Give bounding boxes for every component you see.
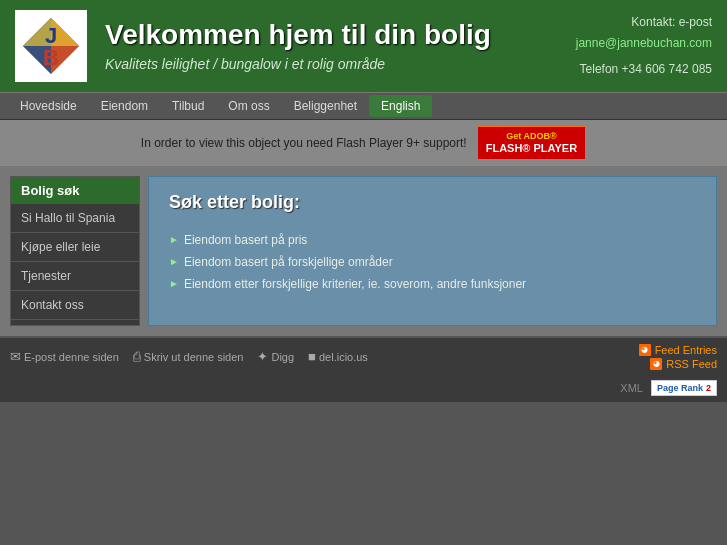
sidebar-link-kontakt[interactable]: Kontakt oss — [11, 291, 139, 320]
search-arrow-2: ► — [169, 256, 179, 267]
footer-link-epost[interactable]: ✉ E-post denne siden — [10, 349, 119, 364]
print-icon: ⎙ — [133, 349, 141, 364]
flash-badge[interactable]: Get ADOB® FLASH® PLAYER — [477, 126, 586, 160]
site-subtitle: Kvalitets leilighet / bungalow i et roli… — [105, 56, 566, 72]
search-item-label-3: Eiendom etter forskjellige kriterier, ie… — [184, 277, 526, 291]
site-title: Velkommen hjem til din bolig — [105, 20, 566, 51]
contact-email[interactable]: janne@jannebuchan.com — [576, 33, 712, 53]
search-item-1[interactable]: ► Eiendom basert på pris — [169, 229, 696, 251]
footer-link-skriv[interactable]: ⎙ Skriv ut denne siden — [133, 349, 244, 364]
nav-item-omoss[interactable]: Om oss — [216, 95, 281, 117]
footer-digg-label: Digg — [271, 351, 294, 363]
nav-item-english[interactable]: English — [369, 95, 432, 117]
search-item-label-2: Eiendom basert på forskjellige områder — [184, 255, 393, 269]
rss-entries-label: Feed Entries — [655, 344, 717, 356]
nav-item-eiendom[interactable]: Eiendom — [89, 95, 160, 117]
digg-icon: ✦ — [257, 349, 268, 364]
sidebar-link-tjenester[interactable]: Tjenester — [11, 262, 139, 291]
rss-feed[interactable]: ◕ RSS Feed — [650, 358, 717, 370]
search-arrow-1: ► — [169, 234, 179, 245]
flash-badge-flash: FLASH® PLAYER — [486, 142, 577, 155]
search-panel: Søk etter bolig: ► Eiendom basert på pri… — [148, 176, 717, 326]
search-arrow-3: ► — [169, 278, 179, 289]
footer-right: ◕ Feed Entries ◕ RSS Feed — [639, 344, 717, 370]
rss-feed-label: RSS Feed — [666, 358, 717, 370]
footer-left: ✉ E-post denne siden ⎙ Skriv ut denne si… — [10, 349, 368, 364]
pagerank-value: 2 — [706, 383, 711, 393]
sidebar-link-kjope[interactable]: Kjøpe eller leie — [11, 233, 139, 262]
main-nav: Hovedside Eiendom Tilbud Om oss Beliggen… — [0, 92, 727, 120]
footer-skriv-label: Skriv ut denne siden — [144, 351, 244, 363]
pagerank-label: Page Rank — [657, 383, 703, 393]
nav-item-beliggenhet[interactable]: Beliggenhet — [282, 95, 369, 117]
search-item-3[interactable]: ► Eiendom etter forskjellige kriterier, … — [169, 273, 696, 295]
site-footer: ✉ E-post denne siden ⎙ Skriv ut denne si… — [0, 336, 727, 376]
nav-item-hovedside[interactable]: Hovedside — [8, 95, 89, 117]
flash-warning-text: In order to view this object you need Fl… — [141, 136, 467, 150]
rss-icon-feed: ◕ — [650, 358, 662, 370]
logo-letter-b: B — [43, 47, 59, 69]
footer-delicious-label: del.icio.us — [319, 351, 368, 363]
search-heading: Søk etter bolig: — [169, 192, 696, 213]
footer-epost-label: E-post denne siden — [24, 351, 119, 363]
search-item-label-1: Eiendom basert på pris — [184, 233, 307, 247]
flash-badge-get: Get ADOB® — [506, 131, 556, 142]
search-item-2[interactable]: ► Eiendom basert på forskjellige områder — [169, 251, 696, 273]
footer-bottom: XML Page Rank 2 — [0, 376, 727, 402]
flash-warning-bar: In order to view this object you need Fl… — [0, 120, 727, 166]
sidebar-title: Bolig søk — [11, 177, 139, 204]
delicious-icon: ■ — [308, 349, 316, 364]
footer-link-delicious[interactable]: ■ del.icio.us — [308, 349, 368, 364]
phone-label: Telefon +34 606 742 085 — [576, 59, 712, 79]
email-icon: ✉ — [10, 349, 21, 364]
site-logo: J B — [15, 10, 87, 82]
logo-letter-j: J — [45, 25, 57, 47]
site-header: J B Velkommen hjem til din bolig Kvalite… — [0, 0, 727, 92]
contact-label: Kontakt: e-post — [576, 12, 712, 32]
nav-item-tilbud[interactable]: Tilbud — [160, 95, 216, 117]
rss-feed-entries[interactable]: ◕ Feed Entries — [639, 344, 717, 356]
sidebar: Bolig søk Si Hallo til Spania Kjøpe elle… — [10, 176, 140, 326]
xml-label: XML — [620, 382, 643, 394]
pagerank-box: Page Rank 2 — [651, 380, 717, 396]
rss-icon-entries: ◕ — [639, 344, 651, 356]
header-title-block: Velkommen hjem til din bolig Kvalitets l… — [105, 20, 566, 72]
footer-link-digg[interactable]: ✦ Digg — [257, 349, 294, 364]
sidebar-link-hallo[interactable]: Si Hallo til Spania — [11, 204, 139, 233]
content-wrapper: Bolig søk Si Hallo til Spania Kjøpe elle… — [0, 166, 727, 336]
contact-info: Kontakt: e-post janne@jannebuchan.com Te… — [576, 12, 712, 79]
